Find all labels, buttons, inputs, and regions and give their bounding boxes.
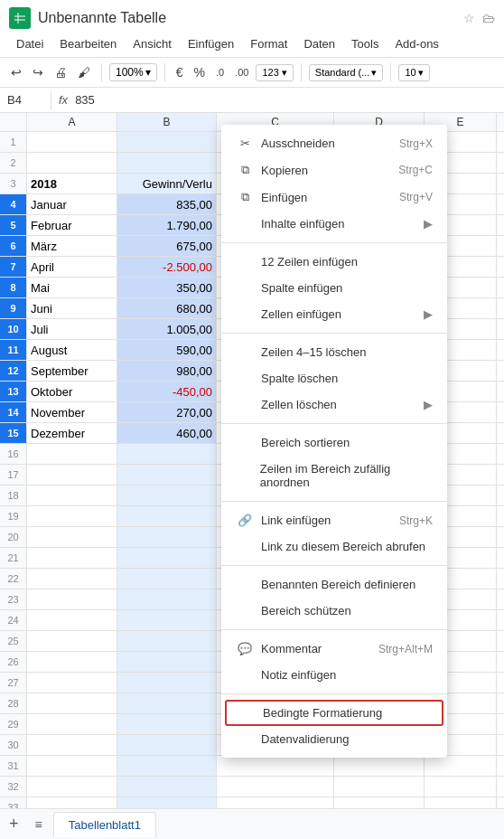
cell-a[interactable]	[27, 527, 117, 547]
cell-a[interactable]	[27, 693, 117, 713]
cell-b[interactable]	[117, 693, 217, 713]
cell-b[interactable]	[117, 485, 217, 505]
ctx-item-zeilen-einfuegen[interactable]: 12 Zeilen einfügen	[221, 249, 447, 275]
sheet-menu-button[interactable]: ≡	[28, 817, 50, 832]
cell-b[interactable]: 1.790,00	[117, 215, 217, 235]
add-sheet-button[interactable]: +	[0, 815, 28, 834]
ctx-item-spalte-einfuegen[interactable]: Spalte einfügen	[221, 275, 447, 301]
cell-a[interactable]	[27, 777, 117, 797]
cell-b[interactable]	[117, 610, 217, 630]
menu-bearbeiten[interactable]: Bearbeiten	[52, 34, 124, 53]
cell-a[interactable]: Oktober	[27, 382, 117, 401]
ctx-item-bedingte-formatierung[interactable]: Bedingte Formatierung	[225, 700, 443, 726]
cell-a[interactable]	[27, 735, 117, 755]
ctx-item-bereich-definieren[interactable]: Benannten Bereich definieren	[221, 571, 447, 598]
print-button[interactable]: 🖨	[51, 63, 70, 81]
menu-format[interactable]: Format	[243, 34, 294, 53]
cell-e[interactable]	[425, 777, 497, 797]
cell-b[interactable]	[117, 153, 217, 173]
ctx-item-link-bereich[interactable]: Link zu diesem Bereich abrufen	[221, 533, 447, 560]
folder-icon[interactable]: 🗁	[482, 11, 495, 25]
cell-b[interactable]	[117, 714, 217, 734]
cell-b[interactable]: -450,00	[117, 382, 217, 401]
ctx-item-bereich-sortieren[interactable]: Bereich sortieren	[221, 429, 447, 456]
cell-d[interactable]	[334, 756, 425, 776]
ctx-item-kommentar[interactable]: 💬KommentarStrg+Alt+M	[221, 636, 447, 662]
cell-b[interactable]	[117, 652, 217, 672]
cell-b[interactable]: -2.500,00	[117, 257, 217, 277]
cell-b[interactable]	[117, 777, 217, 797]
col-header-a[interactable]: A	[27, 113, 117, 131]
cell-b[interactable]	[117, 548, 217, 568]
menu-tools[interactable]: Tools	[344, 34, 386, 53]
ctx-item-zellen-loeschen[interactable]: Zellen löschen▶	[221, 391, 447, 418]
menu-ansicht[interactable]: Ansicht	[126, 34, 179, 53]
cell-d[interactable]	[334, 777, 425, 797]
cell-b[interactable]	[117, 506, 217, 526]
cell-a[interactable]	[27, 506, 117, 526]
ctx-item-ausschneiden[interactable]: ✂AusschneidenStrg+X	[221, 130, 447, 156]
paint-format-button[interactable]: 🖌	[74, 63, 94, 81]
format-dropdown[interactable]: 123 ▾	[256, 64, 293, 81]
cell-c[interactable]	[217, 777, 334, 797]
cell-a[interactable]	[27, 132, 117, 152]
cell-a[interactable]	[27, 610, 117, 630]
cell-a[interactable]	[27, 465, 117, 485]
cell-a[interactable]: Juli	[27, 319, 117, 339]
cell-reference[interactable]: B4	[7, 93, 43, 107]
ctx-item-datenvalidierung[interactable]: Datenvalidierung	[221, 726, 447, 752]
ctx-item-zeilen-anordnen[interactable]: Zeilen im Bereich zufällig anordnen	[221, 456, 447, 495]
cell-a[interactable]: November	[27, 402, 117, 422]
cell-a[interactable]: Juni	[27, 298, 117, 318]
cell-b[interactable]: 675,00	[117, 236, 217, 256]
menu-einfuegen[interactable]: Einfügen	[181, 34, 241, 53]
zoom-dropdown[interactable]: 100% ▾	[109, 63, 157, 81]
cell-b[interactable]: 270,00	[117, 402, 217, 422]
cell-a[interactable]	[27, 153, 117, 173]
cell-a[interactable]	[27, 589, 117, 609]
ctx-item-inhalte-einfuegen[interactable]: Inhalte einfügen▶	[221, 211, 447, 237]
cell-b[interactable]: 350,00	[117, 278, 217, 297]
cell-a[interactable]	[27, 569, 117, 589]
decimal-decrease-button[interactable]: .0	[212, 65, 228, 80]
cell-a[interactable]	[27, 673, 117, 693]
currency-button[interactable]: €	[173, 63, 187, 81]
menu-daten[interactable]: Daten	[296, 34, 342, 53]
cell-a[interactable]: Februar	[27, 215, 117, 235]
ctx-item-link-einfuegen[interactable]: 🔗Link einfügenStrg+K	[221, 507, 447, 533]
cell-a[interactable]	[27, 652, 117, 672]
cell-a[interactable]: Januar	[27, 194, 117, 214]
ctx-item-kopieren[interactable]: ⧉KopierenStrg+C	[221, 156, 447, 184]
undo-button[interactable]: ↩	[7, 63, 25, 81]
cell-b[interactable]	[117, 589, 217, 609]
col-header-b[interactable]: B	[117, 113, 217, 131]
cell-c[interactable]	[217, 756, 334, 776]
cell-b[interactable]	[117, 631, 217, 651]
cell-a[interactable]: 2018	[27, 174, 117, 193]
menu-addons[interactable]: Add-ons	[387, 34, 445, 53]
cell-a[interactable]	[27, 548, 117, 568]
cell-b[interactable]	[117, 569, 217, 589]
cell-a[interactable]	[27, 756, 117, 776]
fontsize-dropdown[interactable]: 10 ▾	[398, 64, 429, 81]
sheet-tab-1[interactable]: Tabellenblatt1	[53, 812, 156, 837]
cell-a[interactable]: September	[27, 361, 117, 381]
cell-b[interactable]	[117, 465, 217, 485]
cell-b[interactable]	[117, 756, 217, 776]
cell-b[interactable]: 590,00	[117, 340, 217, 360]
cell-b[interactable]: Gewinn/Verlu	[117, 174, 217, 193]
percent-button[interactable]: %	[191, 63, 209, 81]
cell-b[interactable]	[117, 673, 217, 693]
cell-b[interactable]: 835,00	[117, 194, 217, 214]
cell-e[interactable]	[425, 756, 497, 776]
cell-a[interactable]: August	[27, 340, 117, 360]
ctx-item-spalte-loeschen[interactable]: Spalte löschen	[221, 365, 447, 391]
star-icon[interactable]: ☆	[463, 11, 475, 25]
cell-a[interactable]	[27, 485, 117, 505]
ctx-item-zellen-einfuegen[interactable]: Zellen einfügen▶	[221, 301, 447, 327]
ctx-item-einfuegen[interactable]: ⧉EinfügenStrg+V	[221, 184, 447, 211]
cell-a[interactable]: April	[27, 257, 117, 277]
decimal-increase-button[interactable]: .00	[231, 65, 252, 80]
ctx-item-zeilen-loeschen[interactable]: Zeilen 4–15 löschen	[221, 339, 447, 365]
cell-a[interactable]: Mai	[27, 278, 117, 297]
